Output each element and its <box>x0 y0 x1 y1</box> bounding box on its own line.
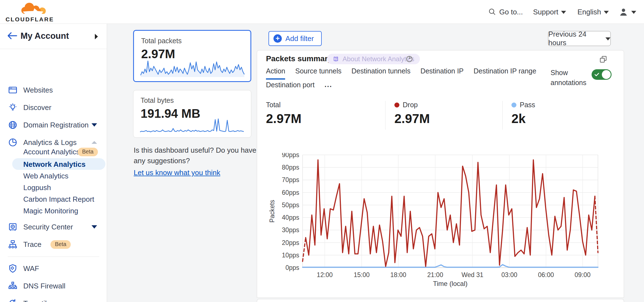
dimension-tabs: Action Source tunnels Destination tunnel… <box>266 67 536 80</box>
goto-label: Go to... <box>499 8 523 16</box>
search-icon <box>488 8 496 16</box>
goto-search[interactable]: Go to... <box>488 0 523 24</box>
account-name[interactable]: My Account <box>21 31 69 41</box>
card-title: Total bytes <box>141 96 251 104</box>
stat-value: 2.97M <box>394 111 502 126</box>
sidebar-item-magic-monitoring[interactable]: Magic Monitoring <box>0 206 107 216</box>
language-label: English <box>577 8 601 16</box>
more-tabs-button[interactable]: ... <box>324 80 332 93</box>
add-filter-label: Add filter <box>285 34 314 43</box>
duplicate-expand-icon[interactable] <box>599 55 608 64</box>
cloudflare-logo[interactable]: CLOUDFLARE <box>6 2 53 22</box>
check-icon <box>594 71 600 78</box>
svg-text:20pps: 20pps <box>282 239 299 246</box>
chevron-down-icon <box>92 123 97 127</box>
tab-action[interactable]: Action <box>266 67 285 80</box>
time-range-dropdown[interactable]: Previous 24 hours <box>548 31 611 46</box>
total-bytes-card[interactable]: Total bytes 191.94 MB <box>133 90 251 138</box>
packets-summary-panel: Packets summary About Network Analytics … <box>257 50 624 298</box>
add-filter-button[interactable]: + Add filter <box>268 31 322 46</box>
svg-text:Wed 31: Wed 31 <box>462 271 483 278</box>
svg-text:80pps: 80pps <box>282 164 299 171</box>
svg-text:15:00: 15:00 <box>354 271 370 278</box>
rotate-check-icon <box>8 298 18 302</box>
feedback-question: Is this dashboard useful? Do you have an… <box>134 146 256 165</box>
svg-text:10pps: 10pps <box>282 252 299 259</box>
sidebar-item-label: Domain Registration <box>23 121 89 129</box>
pass-legend-dot <box>511 103 516 108</box>
feedback-link[interactable]: Let us know what you think <box>134 168 220 178</box>
sidebar-item-carbon-impact-report[interactable]: Carbon Impact Report <box>0 194 107 204</box>
packets-sparkline <box>140 60 245 78</box>
chevron-up-icon <box>92 141 97 144</box>
support-menu[interactable]: Support <box>533 0 566 24</box>
tab-destination-ip-range[interactable]: Destination IP range <box>474 67 536 80</box>
sidebar-item-label: Security Center <box>23 223 73 231</box>
tab-source-tunnels[interactable]: Source tunnels <box>295 67 341 80</box>
stat-value: 2.97M <box>266 111 385 126</box>
pie-chart-small-icon[interactable] <box>405 55 414 63</box>
chevron-down-icon <box>631 11 636 14</box>
tab-destination-ip[interactable]: Destination IP <box>420 67 464 80</box>
sidebar-item-security-center[interactable]: Security Center <box>0 221 107 233</box>
lightbulb-icon <box>8 103 18 112</box>
show-annotations-toggle[interactable] <box>592 69 612 80</box>
sidebar-item-logpush[interactable]: Logpush <box>0 182 107 193</box>
chevron-down-icon <box>561 11 566 14</box>
sidebar-item-label: Discover <box>23 103 51 112</box>
svg-text:70pps: 70pps <box>282 176 299 183</box>
beta-badge: Beta <box>78 148 98 156</box>
back-arrow-icon[interactable] <box>7 31 18 40</box>
plus-circle-icon: + <box>273 34 282 43</box>
svg-text:Packets: Packets <box>268 200 276 223</box>
cloudflare-wordmark: CLOUDFLARE <box>6 16 54 23</box>
language-menu[interactable]: English <box>577 0 609 24</box>
bytes-sparkline <box>140 117 244 134</box>
drop-legend-dot <box>394 103 399 108</box>
tab-destination-port[interactable]: Destination port <box>266 81 315 92</box>
sidebar-item-label: Network Analytics <box>23 160 85 169</box>
user-menu[interactable] <box>618 0 636 24</box>
globe-icon <box>8 120 18 130</box>
stat-total: Total 2.97M <box>257 101 385 130</box>
show-annotations-label: Show annotations <box>551 68 592 88</box>
svg-text:03:00: 03:00 <box>501 271 518 278</box>
svg-text:0pps: 0pps <box>285 264 299 271</box>
svg-text:12:00: 12:00 <box>317 271 333 278</box>
sidebar-item-web-analytics[interactable]: Web Analytics <box>0 171 107 181</box>
shield-gear-icon <box>8 263 18 273</box>
sidebar-item-waf[interactable]: WAF <box>0 263 107 274</box>
account-header: My Account <box>0 24 107 49</box>
sidebar-item-label: Logpush <box>23 183 51 192</box>
packets-time-series-chart: 0pps10pps20pps30pps40pps50pps60pps70pps8… <box>267 153 607 289</box>
sidebar-item-label: Web Analytics <box>23 172 69 180</box>
sidebar-item-turnstile[interactable]: Turnstile <box>0 298 107 302</box>
sidebar-item-dns-firewall[interactable]: DNS Firewall <box>0 280 107 292</box>
tab-destination-tunnels[interactable]: Destination tunnels <box>351 67 410 80</box>
sidebar-item-network-analytics[interactable]: Network Analytics <box>12 158 105 170</box>
pie-chart-icon <box>8 137 18 147</box>
stat-pass: Pass 2k <box>502 101 608 130</box>
sidebar-item-discover[interactable]: Discover <box>0 102 107 113</box>
book-icon <box>333 56 339 62</box>
chevron-right-icon[interactable] <box>95 34 98 39</box>
sidebar-item-account-analytics[interactable]: Account Analytics Beta <box>0 147 107 157</box>
vault-icon <box>8 222 18 232</box>
time-range-label: Previous 24 hours <box>548 30 602 47</box>
trace-nodes-icon <box>8 239 18 249</box>
svg-text:90pps: 90pps <box>282 153 299 158</box>
toggle-knob <box>602 70 611 79</box>
cloudflare-dashboard: CLOUDFLARE Go to... Support English My A… <box>0 0 644 302</box>
beta-badge: Beta <box>50 240 71 249</box>
svg-text:30pps: 30pps <box>282 226 299 234</box>
sidebar-item-trace[interactable]: Trace Beta <box>0 239 107 250</box>
sidebar-item-domain-registration[interactable]: Domain Registration <box>0 119 107 131</box>
card-title: Total packets <box>141 37 250 45</box>
stat-drop: Drop 2.97M <box>385 101 502 130</box>
cloudflare-cloud-icon <box>6 2 53 16</box>
next-panel-edge <box>257 299 624 302</box>
sidebar: My Account Websites Discover Domain Regi… <box>0 24 107 302</box>
sidebar-item-websites[interactable]: Websites <box>0 84 107 96</box>
dimension-tabs-row2: Destination port ... <box>266 80 332 93</box>
total-packets-card[interactable]: Total packets 2.97M <box>133 30 251 82</box>
